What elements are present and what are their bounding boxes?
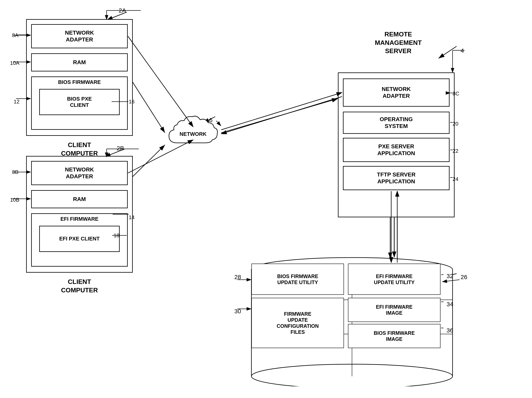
- efi-fw-image: EFI FIRMWAREIMAGE: [348, 298, 440, 322]
- operating-system: OPERATINGSYSTEM: [343, 112, 450, 134]
- ref-18: 18: [114, 232, 120, 239]
- bios-fw-update-utility: BIOS FIRMWAREUPDATE UTILITY: [251, 263, 344, 295]
- ref-16: 16: [129, 99, 134, 105]
- diagram: NETWORKADAPTER RAM BIOS FIRMWARE BIOS PX…: [0, 0, 532, 398]
- svg-line-11: [221, 99, 338, 133]
- ref-36: 36: [447, 327, 453, 334]
- ram-a: RAM: [31, 53, 128, 71]
- ref-8a-line: [18, 35, 30, 35]
- ref-28: 28: [234, 274, 241, 281]
- remote-server-label: REMOTEMANAGEMENTSERVER: [338, 30, 459, 55]
- network-adapter-c: NETWORKADAPTER: [343, 78, 450, 107]
- ref-34: 34: [447, 301, 453, 308]
- ref-8b: 8B: [12, 169, 19, 175]
- ref-2b: 2B: [117, 145, 124, 152]
- pxe-server-application: PXE SERVERAPPLICATION: [343, 138, 450, 162]
- tftp-server-application: TFTP SERVERAPPLICATION: [343, 166, 450, 190]
- ref-26: 26: [461, 274, 467, 281]
- ref-32: 32: [447, 273, 453, 279]
- network-cloud: NETWORK: [165, 113, 221, 153]
- bios-pxe-client: BIOS PXECLIENT: [39, 89, 120, 115]
- efi-pxe-client: EFI PXE CLIENT: [39, 226, 120, 252]
- bios-fw-image: BIOS FIRMWAREIMAGE: [348, 324, 440, 348]
- client-computer-b-label: CLIENTCOMPUTER: [26, 278, 133, 294]
- bios-firmware-a-label: BIOS FIRMWARE: [58, 79, 101, 85]
- ref-8a: 8A: [12, 32, 19, 39]
- ref-8c: 8C: [453, 90, 459, 97]
- ref-12: 12: [14, 99, 19, 105]
- ref-10a: 10A: [10, 60, 19, 66]
- efi-fw-update-utility: EFI FIRMWAREUPDATE UTILITY: [348, 263, 440, 295]
- ref-30: 30: [234, 308, 241, 315]
- fw-update-config-files: FIRMWAREUPDATECONFIGURATIONFILES: [251, 298, 344, 348]
- efi-firmware-b-label: EFI FIRMWARE: [60, 216, 98, 222]
- ref-22: 22: [453, 148, 458, 154]
- cloud-svg: NETWORK: [165, 113, 221, 153]
- network-adapter-a: NETWORKADAPTER: [31, 24, 128, 48]
- svg-text:NETWORK: NETWORK: [180, 131, 207, 137]
- ref-6: 6: [209, 117, 213, 123]
- network-adapter-b: NETWORKADAPTER: [31, 161, 128, 185]
- ram-b: RAM: [31, 190, 128, 208]
- svg-line-50: [221, 96, 342, 134]
- svg-line-49: [221, 93, 342, 130]
- ref-4: 4: [461, 47, 464, 54]
- ref-2a: 2A: [119, 7, 126, 14]
- ref-20: 20: [453, 121, 458, 127]
- ref-24: 24: [453, 176, 458, 182]
- ref-10b: 10B: [10, 197, 19, 203]
- efi-firmware-b-outer: EFI FIRMWARE EFI PXE CLIENT: [31, 213, 128, 267]
- bios-firmware-a-outer: BIOS FIRMWARE BIOS PXECLIENT: [31, 77, 128, 130]
- ref-14: 14: [129, 214, 134, 220]
